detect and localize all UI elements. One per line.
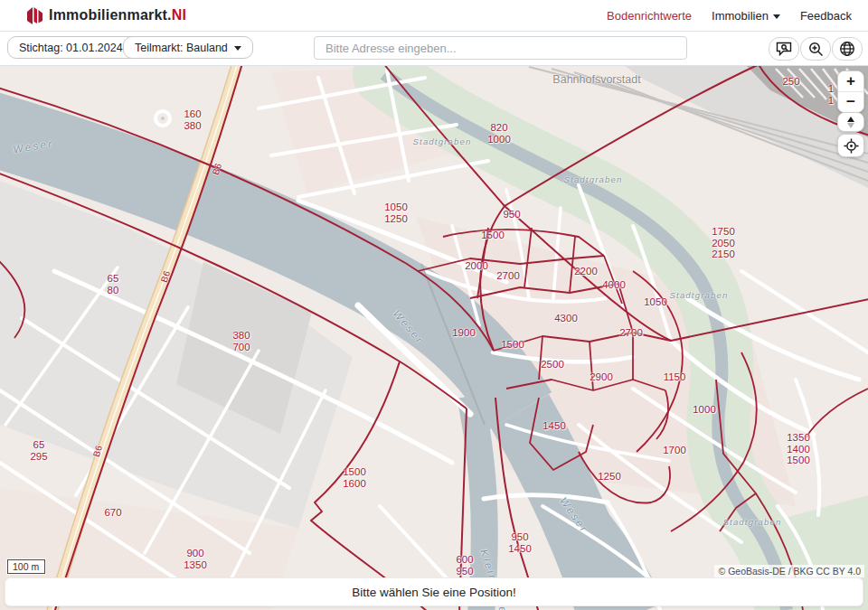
- arrow-down-icon: [847, 123, 854, 128]
- teilmarkt-dropdown-button[interactable]: Teilmarkt: Bauland: [123, 36, 253, 59]
- arrow-up-icon: [847, 117, 854, 122]
- logo[interactable]: Immobilienmarkt.NI: [27, 7, 186, 24]
- zoom-out-button[interactable]: −: [838, 92, 863, 112]
- nav-bodenrichtwerte[interactable]: Bodenrichtwerte: [607, 9, 692, 23]
- feedback-comment-button[interactable]: [769, 37, 799, 61]
- caret-down-icon: [234, 46, 241, 51]
- app-title: Immobilienmarkt.NI: [49, 7, 186, 23]
- target-icon: [844, 138, 859, 154]
- map-canvas[interactable]: 1603802501182010001050125095015002000270…: [0, 0, 868, 610]
- globe-icon: [839, 41, 855, 57]
- zoom-in-button[interactable]: +: [838, 71, 863, 91]
- app-header: Immobilienmarkt.NI Bodenrichtwerte Immob…: [0, 0, 868, 32]
- map-attribution: © GeoBasis-DE / BKG CC BY 4.0: [714, 565, 864, 577]
- language-globe-button[interactable]: [832, 37, 863, 61]
- teilmarkt-label: Teilmarkt: Bauland: [135, 42, 228, 54]
- caret-down-icon: [773, 14, 780, 19]
- status-message: Bitte wählen Sie eine Position!: [352, 586, 516, 599]
- comment-search-icon: [776, 42, 792, 56]
- geolocate-button[interactable]: [837, 134, 864, 157]
- nav-feedback[interactable]: Feedback: [800, 9, 852, 23]
- magnifier-plus-icon: [808, 42, 824, 57]
- main-nav: Bodenrichtwerte Immobilien Feedback: [607, 9, 852, 23]
- address-search-input[interactable]: [314, 36, 687, 60]
- zoom-control: + −: [837, 70, 864, 113]
- nav-immobilien[interactable]: Immobilien: [712, 9, 780, 23]
- status-bar: Bitte wählen Sie eine Position!: [5, 577, 863, 606]
- zoom-search-button[interactable]: [800, 37, 831, 61]
- map-toolbar: Stichtag: 01.01.2024 Teilmarkt: Bauland: [0, 32, 868, 66]
- map-scale-bar: 100 m: [7, 559, 45, 574]
- basemap: [0, 0, 868, 610]
- compass-reset-button[interactable]: [837, 112, 864, 132]
- stichtag-label: Stichtag: 01.01.2024: [19, 42, 123, 54]
- logo-icon: [27, 7, 42, 24]
